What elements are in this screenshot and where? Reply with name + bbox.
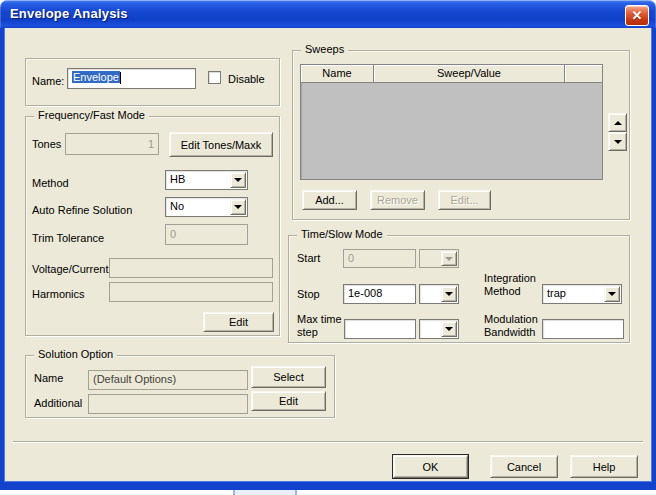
chevron-down-icon [445, 292, 453, 296]
method-label: Method [32, 177, 69, 189]
trim-tolerance-label: Trim Tolerance [32, 232, 104, 244]
stop-field[interactable]: 1e-008 [343, 284, 416, 304]
sweeps-move-down-button[interactable] [608, 132, 627, 151]
method-value: HB [170, 173, 185, 185]
footer-separator [13, 441, 643, 443]
sweeps-remove-button: Remove [370, 190, 425, 210]
chevron-down-icon [445, 327, 453, 331]
sweeps-group-title: Sweeps [301, 43, 348, 55]
trim-tolerance-field: 0 [165, 224, 248, 245]
start-field: 0 [343, 249, 416, 268]
sweeps-add-button[interactable]: Add... [302, 190, 357, 210]
method-combobox[interactable]: HB [165, 170, 248, 190]
solution-name-label: Name [34, 372, 63, 384]
start-label: Start [297, 252, 320, 264]
max-time-step-label: Max time step [297, 313, 349, 339]
screen: Envelope Analysis ✕ Name: Envelope Disab… [0, 0, 656, 495]
frequency-edit-button[interactable]: Edit [203, 312, 274, 332]
modulation-bandwidth-field[interactable] [542, 319, 624, 339]
additional-field [88, 394, 248, 414]
text-caret [120, 72, 121, 84]
solution-group-title: Solution Option [34, 348, 117, 360]
start-unit-combobox [419, 249, 459, 268]
edit-tones-maxk-button[interactable]: Edit Tones/Maxk [169, 132, 273, 157]
cancel-button[interactable]: Cancel [490, 455, 558, 478]
sweeps-move-up-button[interactable] [608, 113, 627, 132]
integration-method-combobox[interactable]: trap [542, 284, 622, 304]
stop-label: Stop [297, 288, 320, 300]
stop-unit-combobox[interactable] [419, 284, 459, 304]
sweeps-table[interactable]: Name Sweep/Value [300, 64, 603, 180]
time-slow-mode-group: Time/Slow Mode Start 0 Stop 1e-008 Integ… [288, 235, 630, 343]
column-header-sweep-value[interactable]: Sweep/Value [374, 65, 565, 83]
chevron-down-icon [445, 257, 453, 261]
select-button[interactable]: Select [251, 366, 326, 388]
sweeps-table-header: Name Sweep/Value [301, 65, 602, 83]
name-label: Name: [32, 75, 64, 87]
name-group: Name: Envelope Disable [25, 58, 280, 106]
disable-checkbox[interactable] [208, 71, 221, 84]
integration-method-value: trap [547, 287, 566, 299]
solution-option-group: Solution Option Name (Default Options) S… [25, 355, 335, 418]
background-window-fragment [233, 490, 297, 495]
time-group-title: Time/Slow Mode [297, 228, 387, 240]
chevron-down-icon [234, 178, 242, 182]
harmonics-label: Harmonics [32, 288, 85, 300]
max-step-unit-combobox[interactable] [419, 319, 459, 339]
integration-method-label: Integration Method [484, 272, 546, 298]
desktop-strip [0, 490, 656, 495]
auto-refine-combobox[interactable]: No [165, 197, 248, 217]
tones-label: Tones [32, 138, 61, 150]
chevron-down-icon [608, 292, 616, 296]
frequency-fast-mode-group: Frequency/Fast Mode Tones 1 Edit Tones/M… [25, 116, 280, 336]
ok-button[interactable]: OK [393, 455, 468, 478]
solution-edit-button[interactable]: Edit [251, 391, 326, 411]
name-input-selected-text: Envelope [72, 71, 120, 83]
dialog-title: Envelope Analysis [10, 6, 128, 21]
auto-refine-value: No [170, 200, 184, 212]
arrow-down-icon [614, 140, 622, 144]
disable-label: Disable [228, 73, 265, 85]
help-button[interactable]: Help [570, 455, 638, 478]
harmonics-field [109, 282, 273, 302]
name-input[interactable]: Envelope [67, 68, 196, 89]
voltage-current-field [109, 258, 273, 278]
arrow-up-icon [614, 121, 622, 125]
frequency-group-title: Frequency/Fast Mode [34, 109, 149, 121]
close-icon: ✕ [632, 8, 643, 23]
close-button[interactable]: ✕ [625, 5, 649, 26]
additional-label: Additional [34, 397, 82, 409]
modulation-bandwidth-label: Modulation Bandwidth [484, 313, 548, 339]
auto-refine-label: Auto Refine Solution [32, 204, 132, 216]
max-time-step-field[interactable] [344, 319, 416, 339]
solution-name-field: (Default Options) [88, 370, 248, 390]
voltage-current-label: Voltage/Current [32, 263, 108, 275]
column-header-name[interactable]: Name [301, 65, 374, 83]
title-bar[interactable]: Envelope Analysis [0, 0, 656, 28]
chevron-down-icon [234, 205, 242, 209]
sweeps-edit-button: Edit... [438, 190, 491, 210]
column-header-blank[interactable] [565, 65, 602, 83]
tones-field: 1 [65, 133, 159, 155]
